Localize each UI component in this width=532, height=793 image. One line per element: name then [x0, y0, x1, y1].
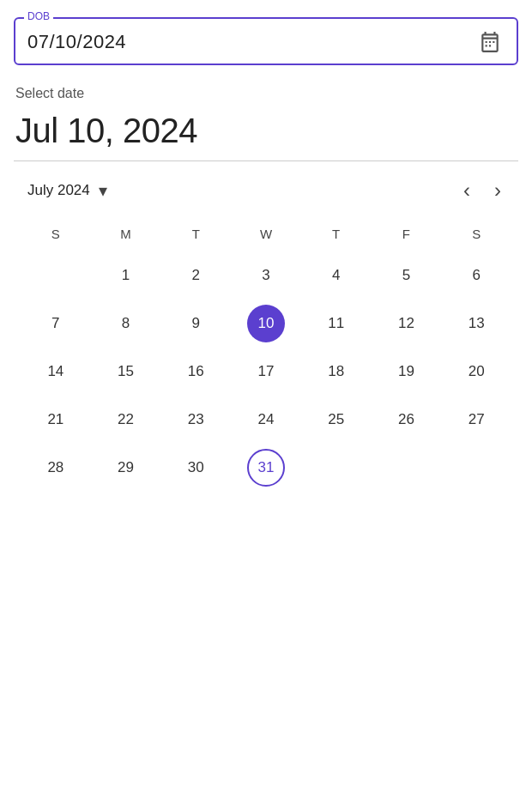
calendar-week: 28293031: [21, 445, 511, 490]
calendar-day[interactable]: 12: [372, 301, 442, 346]
calendar-week: 21222324252627: [21, 397, 511, 442]
calendar-day[interactable]: 30: [160, 445, 231, 490]
calendar-week: 123456: [21, 253, 511, 298]
dob-label: DOB: [24, 10, 53, 22]
calendar-day[interactable]: 6: [441, 253, 511, 298]
calendar-toggle-button[interactable]: [475, 27, 505, 57]
nav-arrows: ‹ ›: [460, 175, 505, 206]
calendar-day[interactable]: 17: [231, 349, 301, 394]
page-container: DOB 07/10/2024 Select date Jul 10, 2024 …: [0, 0, 532, 507]
calendar-day[interactable]: 20: [441, 349, 511, 394]
month-nav-left: July 2024 ▾: [27, 177, 111, 204]
calendar-day: [441, 445, 511, 490]
calendar-day[interactable]: 5: [372, 253, 442, 298]
calendar-day[interactable]: 26: [372, 397, 442, 442]
calendar-day[interactable]: 13: [441, 301, 511, 346]
calendar-day[interactable]: 22: [91, 397, 161, 442]
day-header-w: W: [231, 221, 301, 246]
month-nav: July 2024 ▾ ‹ ›: [14, 175, 518, 206]
calendar-week: 78910111213: [21, 301, 511, 346]
calendar-day: [301, 445, 372, 490]
calendar-day[interactable]: 18: [301, 349, 372, 394]
calendar-day: [372, 445, 442, 490]
day-header-t1: T: [160, 221, 231, 246]
calendar-day[interactable]: 31: [231, 445, 301, 490]
calendar-day[interactable]: 15: [91, 349, 161, 394]
day-header-m: M: [91, 221, 161, 246]
calendar-day[interactable]: 4: [301, 253, 372, 298]
day-headers: S M T W T F S: [21, 221, 511, 246]
calendar-day[interactable]: 10: [231, 301, 301, 346]
month-year-label: July 2024: [27, 182, 90, 199]
calendar-day[interactable]: 7: [21, 301, 91, 346]
calendar-day: [21, 253, 91, 298]
calendar-day[interactable]: 27: [441, 397, 511, 442]
calendar-day[interactable]: 16: [160, 349, 231, 394]
dob-value: 07/10/2024: [27, 31, 126, 53]
calendar-day[interactable]: 2: [160, 253, 231, 298]
prev-month-button[interactable]: ‹: [460, 175, 474, 206]
next-month-button[interactable]: ›: [491, 175, 505, 206]
calendar-day[interactable]: 14: [21, 349, 91, 394]
selected-date-display: Jul 10, 2024: [14, 112, 518, 150]
calendar-day[interactable]: 23: [160, 397, 231, 442]
dob-field: DOB 07/10/2024: [14, 17, 518, 65]
calendar-grid: S M T W T F S 12345678910111213141516171…: [14, 221, 518, 490]
dob-input-row: 07/10/2024: [27, 27, 505, 57]
calendar-day[interactable]: 24: [231, 397, 301, 442]
select-date-label: Select date: [14, 86, 518, 101]
calendar-day[interactable]: 1: [91, 253, 161, 298]
divider: [14, 160, 518, 161]
day-header-s1: S: [21, 221, 91, 246]
day-header-f: F: [372, 221, 442, 246]
calendar-weeks: 1234567891011121314151617181920212223242…: [21, 253, 511, 490]
calendar-day[interactable]: 25: [301, 397, 372, 442]
calendar-day[interactable]: 3: [231, 253, 301, 298]
month-dropdown-button[interactable]: ▾: [95, 177, 111, 204]
calendar-day[interactable]: 19: [372, 349, 442, 394]
calendar-day[interactable]: 11: [301, 301, 372, 346]
day-header-t2: T: [301, 221, 372, 246]
calendar-day[interactable]: 29: [91, 445, 161, 490]
calendar-day[interactable]: 9: [160, 301, 231, 346]
calendar-week: 14151617181920: [21, 349, 511, 394]
calendar-day[interactable]: 21: [21, 397, 91, 442]
calendar-day[interactable]: 8: [91, 301, 161, 346]
day-header-s2: S: [441, 221, 511, 246]
calendar-day[interactable]: 28: [21, 445, 91, 490]
calendar-icon: [479, 31, 501, 53]
